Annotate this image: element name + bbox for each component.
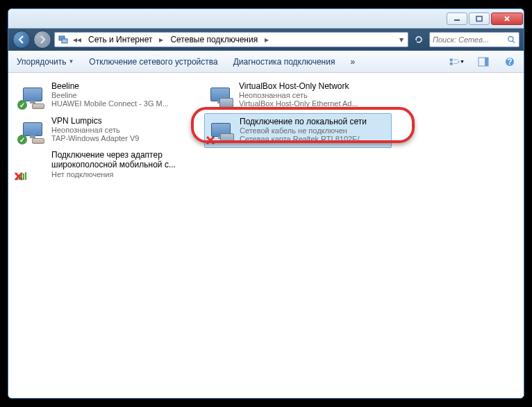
connection-status: Неопознанная сеть — [51, 126, 139, 134]
connection-icon — [206, 115, 235, 144]
connection-item[interactable]: VirtualBox Host-Only Network Неопознанна… — [204, 78, 392, 113]
change-view-button[interactable]: ▼ — [449, 55, 465, 69]
connection-name: Beeline — [51, 81, 169, 91]
disable-device-button[interactable]: Отключение сетевого устройства — [86, 56, 220, 68]
svg-line-5 — [513, 41, 515, 43]
status-error-icon — [14, 172, 24, 181]
svg-rect-7 — [450, 62, 453, 65]
diagnose-button[interactable]: Диагностика подключения — [231, 56, 338, 68]
content-area[interactable]: ✓ Beeline Beeline HUAWEI Mobile Connect … — [8, 73, 524, 398]
close-button[interactable] — [491, 13, 523, 25]
organize-button[interactable]: Упорядочить▼ — [14, 56, 76, 68]
network-connections-window: ◂◂ Сеть и Интернет ▸ Сетевые подключения… — [8, 8, 524, 399]
command-bar: Упорядочить▼ Отключение сетевого устройс… — [8, 51, 524, 73]
connection-item[interactable]: ✓ VPN Lumpics Неопознанная сеть TAP-Wind… — [17, 113, 204, 148]
breadcrumb-seg-2[interactable]: Сетевые подключения — [167, 33, 260, 46]
connection-icon: ✓ — [18, 115, 47, 144]
svg-point-4 — [508, 37, 513, 42]
svg-rect-3 — [62, 39, 67, 43]
nav-bar: ◂◂ Сеть и Интернет ▸ Сетевые подключения… — [8, 28, 524, 51]
connection-item[interactable]: ✓ Beeline Beeline HUAWEI Mobile Connect … — [17, 78, 204, 113]
connection-status: Неопознанная сеть — [239, 91, 358, 99]
minimize-button[interactable] — [447, 13, 467, 25]
connection-device: Сетевая карта Realtek RTL8102E/... — [240, 135, 367, 143]
connection-name: Подключение по локальной сети — [240, 117, 367, 126]
svg-text:?: ? — [507, 57, 512, 67]
connection-icon — [18, 149, 47, 178]
chevron-right-icon[interactable]: ▸ — [263, 35, 270, 44]
connection-item-selected[interactable]: Подключение по локальной сети Сетевой ка… — [204, 113, 392, 148]
connection-name: VPN Lumpics — [51, 116, 139, 126]
help-button[interactable]: ? — [501, 55, 518, 69]
back-button[interactable] — [13, 31, 31, 49]
svg-rect-6 — [450, 58, 453, 61]
forward-button[interactable] — [33, 31, 51, 49]
title-bar — [8, 9, 524, 28]
connection-device: TAP-Windows Adapter V9 — [51, 134, 139, 142]
connection-item[interactable]: Подключение через адаптер широкополосной… — [17, 148, 204, 185]
overflow-button[interactable]: » — [347, 56, 358, 68]
search-box[interactable] — [429, 32, 519, 47]
connection-icon: ✓ — [18, 80, 47, 109]
search-input[interactable] — [433, 35, 507, 44]
search-icon — [507, 35, 516, 44]
chevron-down-icon: ▼ — [68, 58, 74, 65]
breadcrumb-seg-1[interactable]: Сеть и Интернет — [85, 33, 155, 46]
connection-status: Beeline — [51, 91, 169, 99]
refresh-button[interactable] — [411, 32, 426, 47]
connection-name: Подключение через адаптер широкополосной… — [51, 151, 203, 170]
connection-status: Сетевой кабель не подключен — [240, 126, 367, 135]
status-error-icon — [206, 135, 215, 145]
svg-rect-1 — [476, 16, 482, 21]
connection-icon — [206, 80, 235, 109]
svg-rect-11 — [485, 58, 488, 66]
chevron-right-icon[interactable]: ▸ — [158, 35, 165, 44]
breadcrumb-arrow: ◂◂ — [72, 35, 83, 44]
status-ok-icon: ✓ — [17, 135, 27, 144]
connection-device: VirtualBox Host-Only Ethernet Ad... — [239, 99, 358, 108]
network-icon — [58, 34, 69, 45]
dropdown-history-icon[interactable]: ▾ — [398, 35, 405, 44]
status-ok-icon: ✓ — [17, 100, 27, 110]
maximize-button[interactable] — [469, 13, 490, 25]
connection-status: Нет подключения — [51, 170, 203, 178]
connection-device: HUAWEI Mobile Connect - 3G M... — [51, 99, 169, 108]
connection-name: VirtualBox Host-Only Network — [239, 81, 358, 91]
address-bar[interactable]: ◂◂ Сеть и Интернет ▸ Сетевые подключения… — [54, 32, 408, 47]
preview-pane-button[interactable] — [475, 55, 492, 69]
